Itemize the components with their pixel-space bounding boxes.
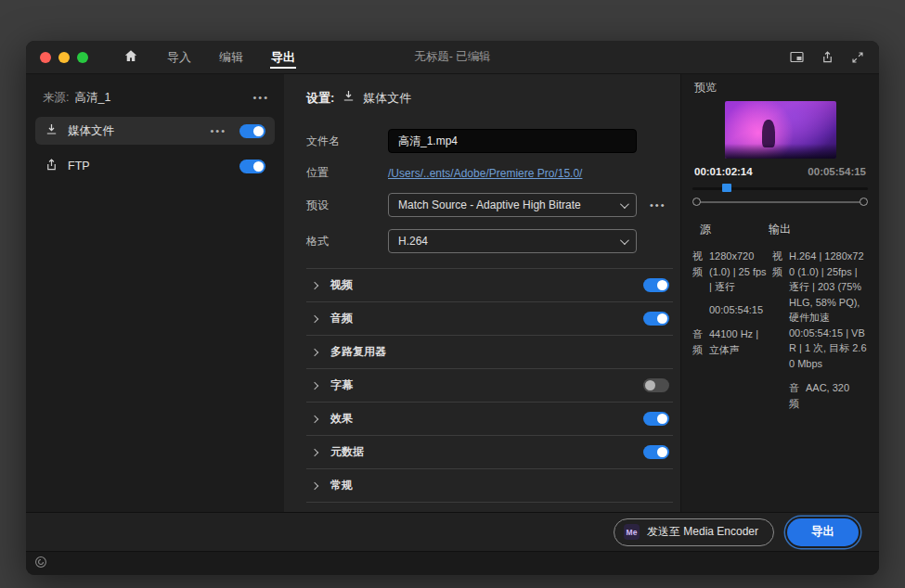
filename-label: 文件名 bbox=[306, 134, 388, 149]
preset-value: Match Source - Adaptive High Bitrate bbox=[398, 198, 613, 211]
preview-label: 预览 bbox=[694, 80, 868, 96]
captions-toggle[interactable] bbox=[643, 378, 669, 392]
audio-toggle[interactable] bbox=[643, 312, 669, 326]
preset-dropdown[interactable]: Match Source - Adaptive High Bitrate bbox=[388, 193, 637, 217]
output-audio-row: 音频 AAC, 320 bbox=[789, 380, 868, 411]
preview-thumbnail bbox=[725, 101, 836, 159]
source-more-icon[interactable]: ••• bbox=[252, 92, 269, 103]
destination-item-media-file[interactable]: 媒体文件 ••• bbox=[35, 117, 275, 145]
source-name: 高清_1 bbox=[74, 90, 110, 106]
chevron-down-icon bbox=[620, 199, 629, 209]
metadata-toggle[interactable] bbox=[643, 445, 669, 459]
section-metadata[interactable]: 元数据 bbox=[306, 436, 673, 469]
scrubber-track[interactable] bbox=[692, 187, 868, 190]
tab-export[interactable]: 导出 bbox=[270, 41, 296, 73]
creative-cloud-icon[interactable] bbox=[34, 556, 47, 572]
share-icon[interactable] bbox=[821, 50, 834, 64]
share-icon bbox=[45, 158, 58, 175]
export-button[interactable]: 导出 bbox=[787, 518, 859, 546]
timecode-row: 00:01:02:14 00:05:54:15 bbox=[692, 166, 868, 177]
settings-target: 媒体文件 bbox=[363, 90, 411, 107]
location-link[interactable]: /Users/..ents/Adobe/Premiere Pro/15.0/ bbox=[388, 167, 582, 180]
format-field-row: 格式 H.264 bbox=[306, 229, 673, 253]
close-window-button[interactable] bbox=[40, 52, 51, 63]
preset-label: 预设 bbox=[306, 198, 388, 213]
section-effects[interactable]: 效果 bbox=[306, 403, 673, 436]
traffic-lights bbox=[26, 52, 88, 63]
workspace-overlay-icon[interactable] bbox=[790, 51, 804, 63]
preset-more-icon[interactable]: ••• bbox=[650, 199, 666, 211]
chevron-right-icon bbox=[311, 281, 318, 288]
format-label: 格式 bbox=[306, 234, 388, 249]
titlebar: 导入 编辑 导出 无标题- 已编辑 bbox=[26, 41, 879, 74]
export-media-icon bbox=[45, 122, 58, 140]
settings-panel: 设置: 媒体文件 文件名 位置 /Users/..ents/Adobe/Prem… bbox=[284, 74, 680, 512]
preset-field-row: 预设 Match Source - Adaptive High Bitrate … bbox=[306, 193, 673, 217]
mode-tabs: 导入 编辑 导出 bbox=[166, 41, 296, 73]
destination-more-icon[interactable]: ••• bbox=[210, 125, 226, 136]
home-button[interactable] bbox=[123, 48, 138, 67]
ftp-toggle[interactable] bbox=[239, 160, 265, 173]
effects-toggle[interactable] bbox=[643, 412, 669, 426]
chevron-right-icon bbox=[311, 415, 318, 422]
filename-input[interactable] bbox=[388, 129, 637, 153]
status-strip bbox=[26, 551, 879, 575]
source-label: 来源: bbox=[43, 90, 69, 106]
chevron-right-icon bbox=[311, 348, 318, 355]
source-duration: 00:05:54:15 bbox=[709, 302, 769, 318]
zoom-window-button[interactable] bbox=[77, 52, 88, 63]
section-video[interactable]: 视频 bbox=[306, 269, 673, 302]
location-label: 位置 bbox=[306, 165, 388, 181]
tab-edit[interactable]: 编辑 bbox=[218, 41, 244, 73]
timeline-scrubber[interactable] bbox=[692, 184, 868, 193]
format-dropdown[interactable]: H.264 bbox=[388, 229, 637, 253]
range-out-handle[interactable] bbox=[860, 198, 868, 206]
section-captions[interactable]: 字幕 bbox=[306, 369, 673, 403]
location-field-row: 位置 /Users/..ents/Adobe/Premiere Pro/15.0… bbox=[306, 165, 673, 181]
media-file-toggle[interactable] bbox=[239, 124, 265, 138]
section-audio[interactable]: 音频 bbox=[306, 302, 673, 336]
output-info-column: 视频 H.264 | 1280x720 (1.0) | 25fps | 逐行 |… bbox=[772, 249, 868, 420]
settings-header: 设置: 媒体文件 bbox=[306, 89, 673, 107]
tab-import[interactable]: 导入 bbox=[166, 41, 192, 73]
destination-item-ftp[interactable]: FTP bbox=[35, 152, 275, 180]
output-video-row: 视频 H.264 | 1280x720 (1.0) | 25fps | 逐行 |… bbox=[772, 249, 868, 371]
range-track[interactable] bbox=[696, 201, 864, 203]
format-value: H.264 bbox=[398, 235, 613, 248]
range-in-handle[interactable] bbox=[692, 198, 701, 206]
settings-label: 设置: bbox=[306, 90, 334, 107]
export-dialog-window: 导入 编辑 导出 无标题- 已编辑 bbox=[26, 41, 879, 575]
destinations-panel: 来源: 高清_1 ••• 媒体文件 ••• bbox=[26, 74, 284, 512]
destination-label: 媒体文件 bbox=[68, 123, 114, 139]
settings-sections: 视频 音频 多路复用器 字幕 bbox=[306, 268, 673, 503]
range-bar bbox=[692, 196, 868, 209]
preview-panel: 预览 00:01:02:14 00:05:54:15 源 输出 bbox=[680, 74, 879, 512]
duration-timecode: 00:05:54:15 bbox=[808, 166, 866, 177]
source-audio-row: 音频 44100 Hz | 立体声 bbox=[692, 326, 769, 357]
project-title: 无标题- 已编辑 bbox=[414, 49, 491, 65]
source-header: 来源: 高清_1 ••• bbox=[26, 85, 284, 109]
playhead-handle[interactable] bbox=[722, 184, 731, 192]
fullscreen-icon[interactable] bbox=[851, 51, 864, 64]
dialog-content: 来源: 高清_1 ••• 媒体文件 ••• bbox=[26, 74, 879, 512]
filename-field-row: 文件名 bbox=[306, 129, 673, 153]
chevron-right-icon bbox=[311, 448, 318, 455]
chevron-right-icon bbox=[311, 381, 318, 389]
destination-label: FTP bbox=[68, 160, 90, 173]
current-timecode: 00:01:02:14 bbox=[694, 166, 753, 177]
titlebar-actions bbox=[790, 50, 879, 64]
section-multiplexer[interactable]: 多路复用器 bbox=[306, 336, 673, 369]
chevron-right-icon bbox=[311, 481, 318, 489]
output-column-header: 输出 bbox=[767, 222, 791, 237]
video-toggle[interactable] bbox=[643, 278, 669, 292]
export-media-icon bbox=[342, 89, 356, 107]
source-info-column: 视频 1280x720 (1.0) | 25 fps | 逐行 00:05:54… bbox=[692, 249, 769, 420]
send-to-media-encoder-button[interactable]: Me 发送至 Media Encoder bbox=[614, 518, 774, 546]
minimize-window-button[interactable] bbox=[58, 52, 70, 63]
output-bitrate-info: 00:05:54:15 | VBR | 1 次, 目标 2.60 Mbps bbox=[789, 326, 868, 372]
chevron-down-icon bbox=[620, 236, 629, 245]
section-general[interactable]: 常规 bbox=[306, 469, 673, 503]
info-columns: 视频 1280x720 (1.0) | 25 fps | 逐行 00:05:54… bbox=[692, 249, 868, 420]
source-video-row: 视频 1280x720 (1.0) | 25 fps | 逐行 00:05:54… bbox=[692, 249, 769, 317]
chevron-right-icon bbox=[311, 314, 318, 322]
